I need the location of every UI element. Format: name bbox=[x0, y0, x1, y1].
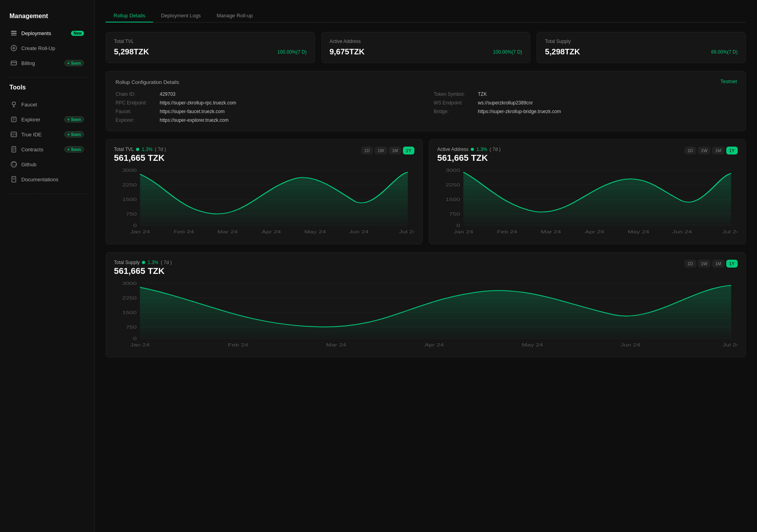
sidebar-item-deployments[interactable]: Deployments New bbox=[6, 26, 88, 40]
supply-btn-1y[interactable]: 1Y bbox=[726, 260, 738, 268]
svg-text:Apr 24: Apr 24 bbox=[585, 230, 604, 234]
sidebar-item-billing[interactable]: Billing Soon bbox=[6, 56, 88, 70]
config-row-faucet: Faucet: https://super-faucet.truezk.com bbox=[116, 109, 418, 114]
config-val-chain-id: 429703 bbox=[160, 91, 175, 97]
tab-deployment-logs[interactable]: Deployment Logs bbox=[153, 9, 209, 22]
sidebar: Management Deployments New Create Roll-U… bbox=[0, 0, 95, 532]
sidebar-item-create-rollup[interactable]: Create Roll-Up bbox=[6, 41, 88, 55]
config-left: Chain ID: 429703 RPC Endpoint: https://s… bbox=[116, 91, 418, 123]
config-key-ws: WS Endpoint: bbox=[434, 100, 473, 106]
config-val-faucet: https://super-faucet.truezk.com bbox=[160, 109, 225, 114]
config-key-bridge: Bridge: bbox=[434, 109, 473, 114]
sidebar-item-explorer[interactable]: Explorer Soon bbox=[6, 112, 88, 126]
chart-header-tvl: Total TVL 1.3% ( 7d ) 561,665 TZK 1D 1W … bbox=[114, 147, 414, 163]
tvl-svg: 3000 2250 1500 750 0 Jan 24 bbox=[114, 166, 414, 237]
svg-text:1500: 1500 bbox=[446, 197, 460, 202]
supply-value: 561,665 TZK bbox=[114, 266, 172, 276]
svg-text:750: 750 bbox=[126, 212, 137, 216]
config-row-rpc: RPC Endpoint: https://super-zkrollup-rpc… bbox=[116, 100, 418, 106]
sidebar-item-faucet[interactable]: Faucet bbox=[6, 97, 88, 112]
active-address-label: Active Address bbox=[330, 39, 522, 44]
addr-btn-1d[interactable]: 1D bbox=[684, 147, 696, 154]
tab-rollup-details[interactable]: Rollup Details bbox=[106, 9, 153, 22]
addr-btn-1w[interactable]: 1W bbox=[698, 147, 711, 154]
svg-text:2250: 2250 bbox=[122, 296, 137, 300]
active-address-change: 100.00%(7 D) bbox=[493, 49, 522, 55]
chart-title-tvl: Total TVL 1.3% ( 7d ) 561,665 TZK bbox=[114, 147, 166, 163]
sidebar-item-github[interactable]: Github bbox=[6, 157, 88, 171]
true-ide-icon bbox=[10, 131, 17, 138]
chart-header-supply: Total Supply 1.3% ( 7d ) 561,665 TZK 1D … bbox=[114, 260, 738, 276]
config-val-bridge: https://super-zkrollup-bridge.truezk.com bbox=[478, 109, 561, 114]
tvl-btn-1d[interactable]: 1D bbox=[361, 147, 373, 154]
contracts-soon-badge: Soon bbox=[64, 146, 84, 153]
sidebar-item-true-ide[interactable]: True IDE Soon bbox=[6, 127, 88, 141]
supply-dot bbox=[142, 261, 145, 264]
svg-text:May 24: May 24 bbox=[522, 343, 543, 347]
svg-text:3000: 3000 bbox=[122, 281, 137, 286]
total-supply-change: 69.00%(7 D) bbox=[711, 49, 738, 55]
svg-rect-8 bbox=[12, 102, 15, 105]
contracts-label: Contracts bbox=[21, 147, 43, 153]
supply-btn-1w[interactable]: 1W bbox=[698, 260, 711, 268]
config-row-token: Token Symbol: TZK bbox=[434, 91, 736, 97]
chart-title-address: Active Address 1.3% ( 7d ) 561,665 TZK bbox=[437, 147, 501, 163]
true-ide-label: True IDE bbox=[21, 132, 42, 138]
supply-btn-1d[interactable]: 1D bbox=[684, 260, 696, 268]
config-val-token: TZK bbox=[478, 91, 487, 97]
address-svg: 3000 2250 1500 750 0 Jan 24 Feb 24 bbox=[437, 166, 738, 237]
stat-card-total-tvl: Total TVL 5,298TZK 100.00%(7 D) bbox=[106, 32, 315, 63]
explorer-soon-badge: Soon bbox=[64, 116, 84, 123]
svg-text:Jan 24: Jan 24 bbox=[130, 230, 150, 234]
svg-rect-6 bbox=[11, 61, 17, 65]
svg-text:Mar 24: Mar 24 bbox=[541, 230, 561, 234]
sidebar-item-contracts[interactable]: Contracts Soon bbox=[6, 142, 88, 156]
chart-header-address: Active Address 1.3% ( 7d ) 561,665 TZK 1… bbox=[437, 147, 738, 163]
svg-text:Jun 24: Jun 24 bbox=[672, 230, 692, 234]
github-icon bbox=[10, 161, 17, 168]
svg-rect-1 bbox=[11, 33, 17, 34]
tvl-time-buttons: 1D 1W 1M 1Y bbox=[361, 147, 414, 154]
config-right: Token Symbol: TZK WS Endpoint: ws://supe… bbox=[434, 91, 736, 123]
svg-text:Jul 24: Jul 24 bbox=[723, 343, 738, 347]
svg-rect-0 bbox=[11, 31, 17, 32]
address-chart-area: 3000 2250 1500 750 0 Jan 24 Feb 24 bbox=[437, 166, 738, 238]
sidebar-divider-2 bbox=[6, 193, 88, 194]
address-value: 561,665 TZK bbox=[437, 153, 501, 163]
total-tvl-value: 5,298TZK 100.00%(7 D) bbox=[114, 47, 307, 56]
svg-text:750: 750 bbox=[126, 325, 137, 329]
tvl-btn-1y[interactable]: 1Y bbox=[403, 147, 414, 154]
billing-soon-badge: Soon bbox=[64, 60, 84, 66]
deployments-icon bbox=[10, 30, 17, 37]
sidebar-item-documentations[interactable]: Documentations bbox=[6, 172, 88, 186]
documentations-label: Documentations bbox=[21, 177, 58, 182]
tvl-btn-1w[interactable]: 1W bbox=[375, 147, 388, 154]
explorer-label: Explorer bbox=[21, 117, 40, 123]
deployments-label: Deployments bbox=[21, 30, 51, 36]
svg-text:Mar 24: Mar 24 bbox=[326, 343, 347, 347]
addr-btn-1m[interactable]: 1M bbox=[712, 147, 724, 154]
contracts-icon bbox=[10, 146, 17, 153]
svg-text:Feb 24: Feb 24 bbox=[228, 343, 248, 347]
config-grid: Chain ID: 429703 RPC Endpoint: https://s… bbox=[116, 91, 736, 123]
total-supply-label: Total Supply bbox=[545, 39, 738, 44]
svg-text:Jul 24: Jul 24 bbox=[399, 230, 414, 234]
config-row-chain-id: Chain ID: 429703 bbox=[116, 91, 418, 97]
config-key-rpc: RPC Endpoint: bbox=[116, 100, 155, 106]
svg-text:May 24: May 24 bbox=[628, 230, 649, 234]
create-rollup-label: Create Roll-Up bbox=[21, 45, 55, 51]
svg-text:Mar 24: Mar 24 bbox=[217, 230, 238, 234]
tvl-btn-1m[interactable]: 1M bbox=[389, 147, 401, 154]
svg-text:Apr 24: Apr 24 bbox=[262, 230, 281, 234]
total-tvl-change: 100.00%(7 D) bbox=[278, 49, 307, 55]
chart-grid: Total TVL 1.3% ( 7d ) 561,665 TZK 1D 1W … bbox=[106, 139, 746, 244]
tvl-value: 561,665 TZK bbox=[114, 153, 166, 163]
stat-card-active-address: Active Address 9,675TZK 100.00%(7 D) bbox=[321, 32, 531, 63]
tab-manage-rollup[interactable]: Manage Roll-up bbox=[209, 9, 261, 22]
supply-svg: 3000 2250 1500 750 0 Jan 24 Feb 24 Mar 2… bbox=[114, 279, 738, 350]
config-key-token: Token Symbol: bbox=[434, 91, 473, 97]
addr-btn-1y[interactable]: 1Y bbox=[726, 147, 738, 154]
config-key-explorer: Explorer: bbox=[116, 117, 155, 123]
supply-btn-1m[interactable]: 1M bbox=[712, 260, 724, 268]
svg-text:3000: 3000 bbox=[446, 168, 460, 173]
